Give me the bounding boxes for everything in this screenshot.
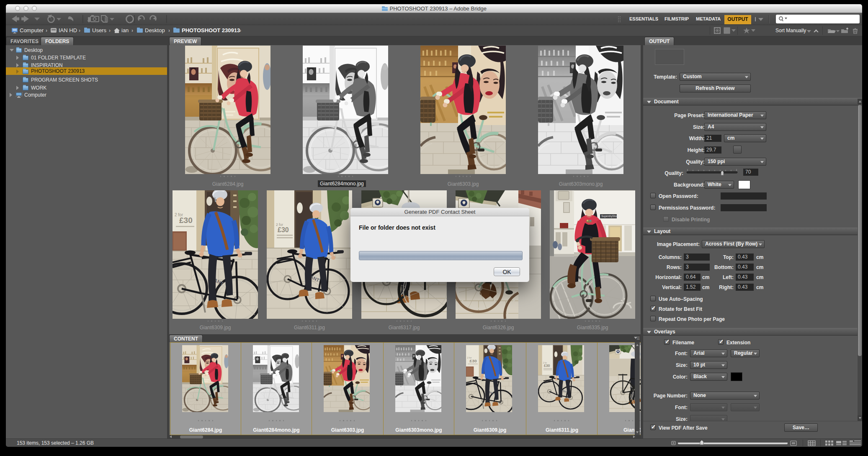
svg-text:PHOTOSHOOT 230913: PHOTOSHOOT 230913 bbox=[182, 27, 240, 33]
svg-text:ESSENTIALS: ESSENTIALS bbox=[629, 16, 658, 21]
svg-text:IAN HD: IAN HD bbox=[59, 27, 77, 33]
svg-text:›: › bbox=[168, 28, 170, 33]
svg-text:FILMSTRIP: FILMSTRIP bbox=[665, 16, 689, 21]
svg-text:Users: Users bbox=[92, 27, 106, 33]
svg-text:ian: ian bbox=[121, 27, 129, 33]
svg-text:›: › bbox=[79, 28, 80, 33]
svg-text:›: › bbox=[131, 28, 133, 33]
svg-text:Computer: Computer bbox=[20, 27, 44, 33]
svg-text:OUTPUT: OUTPUT bbox=[727, 16, 748, 22]
svg-text:›: › bbox=[240, 28, 241, 33]
svg-text:›: › bbox=[46, 28, 47, 33]
svg-text:Sort Manually: Sort Manually bbox=[775, 28, 806, 33]
svg-text:METADATA: METADATA bbox=[696, 16, 721, 21]
svg-text:›: › bbox=[109, 28, 111, 33]
svg-text:Desktop: Desktop bbox=[145, 27, 165, 33]
